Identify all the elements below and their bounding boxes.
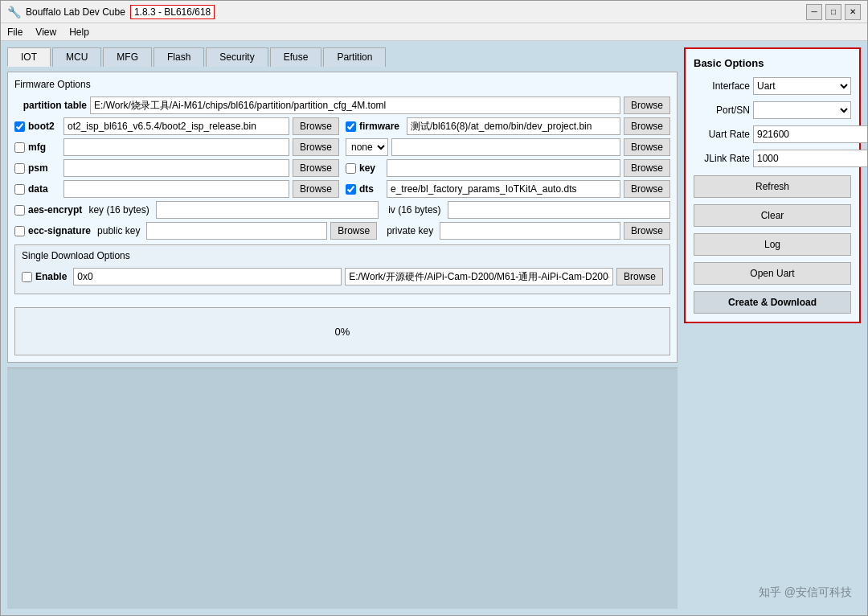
tab-mcu[interactable]: MCU: [52, 47, 101, 67]
port-sn-select[interactable]: [753, 101, 851, 119]
aes-key-input[interactable]: [156, 201, 379, 219]
data-dts-row: data Browse dts Browse: [14, 180, 670, 198]
data-checkbox[interactable]: [14, 184, 25, 195]
single-download-file[interactable]: [345, 268, 613, 285]
none-section: none Browse: [346, 138, 670, 156]
single-download-addr[interactable]: [73, 268, 342, 285]
close-button[interactable]: ✕: [845, 4, 861, 20]
dts-label: dts: [359, 183, 383, 195]
tab-flash[interactable]: Flash: [154, 47, 204, 67]
port-sn-label: Port/SN: [694, 105, 750, 116]
refresh-button[interactable]: Refresh: [694, 175, 851, 198]
tab-mfg[interactable]: MFG: [103, 47, 152, 67]
tab-efuse[interactable]: Efuse: [270, 47, 322, 67]
firmware-section: firmware Browse: [346, 117, 670, 135]
minimize-button[interactable]: ─: [806, 4, 822, 20]
aes-iv-input[interactable]: [448, 201, 670, 219]
content-area: Firmware Options partition table Browse …: [7, 72, 678, 363]
single-download-title: Single Download Options: [22, 250, 663, 261]
psm-label: psm: [28, 162, 60, 174]
menu-view[interactable]: View: [35, 27, 56, 38]
aes-row: aes-encrypt key (16 bytes) iv (16 bytes): [14, 201, 670, 219]
dts-input[interactable]: [387, 180, 620, 198]
single-download-checkbox[interactable]: [22, 272, 32, 282]
ecc-pubkey-label: public key: [97, 225, 140, 236]
single-download-browse-button[interactable]: Browse: [616, 268, 663, 285]
mfg-none-row: mfg Browse none Browse: [14, 138, 670, 156]
none-browse-button[interactable]: Browse: [624, 138, 670, 156]
basic-options-title: Basic Options: [694, 57, 851, 69]
partition-table-row: partition table Browse: [14, 97, 670, 114]
interface-select[interactable]: Uart JLink OpenOCD: [753, 77, 851, 95]
interface-label: Interface: [694, 80, 750, 92]
uart-rate-input[interactable]: [753, 125, 867, 143]
firmware-section-title: Firmware Options: [14, 79, 670, 90]
ecc-checkbox[interactable]: [14, 226, 25, 236]
firmware-browse-button[interactable]: Browse: [624, 117, 670, 135]
create-download-button[interactable]: Create & Download: [694, 291, 851, 314]
data-input[interactable]: [63, 180, 289, 198]
partition-label: partition table: [14, 100, 87, 111]
main-content: IOT MCU MFG Flash Security Efuse Partiti…: [1, 41, 867, 615]
firmware-label: firmware: [359, 121, 403, 132]
progress-area: 0%: [14, 307, 670, 355]
uart-rate-label: Uart Rate: [694, 129, 750, 140]
clear-button[interactable]: Clear: [694, 204, 851, 227]
main-window: 🔧 Bouffalo Lab Dev Cube 1.8.3 - BL616/61…: [0, 0, 868, 616]
menu-file[interactable]: File: [7, 27, 23, 38]
single-download-section: Single Download Options Enable Browse: [14, 244, 670, 294]
aes-checkbox[interactable]: [14, 205, 25, 216]
boot2-browse-button[interactable]: Browse: [293, 117, 339, 135]
interface-row: Interface Uart JLink OpenOCD: [694, 77, 851, 95]
mfg-section: mfg Browse: [14, 138, 339, 156]
ecc-privkey-browse-button[interactable]: Browse: [624, 222, 670, 240]
psm-checkbox[interactable]: [14, 163, 25, 174]
title-prefix: Bouffalo Lab Dev Cube: [26, 6, 125, 18]
enable-label: Enable: [35, 271, 67, 282]
firmware-input[interactable]: [407, 117, 620, 135]
ecc-pubkey-input[interactable]: [146, 222, 327, 240]
psm-section: psm Browse: [14, 159, 339, 177]
key-input[interactable]: [387, 159, 620, 177]
partition-table-input[interactable]: [90, 97, 620, 114]
boot2-firmware-row: boot2 Browse firmware Browse: [14, 117, 670, 135]
ecc-row: ecc-signature public key Browse private …: [14, 222, 670, 240]
firmware-checkbox[interactable]: [346, 121, 356, 132]
ecc-label: ecc-signature: [28, 225, 91, 236]
aes-key-label: key (16 bytes): [88, 204, 149, 216]
open-uart-button[interactable]: Open Uart: [694, 262, 851, 285]
right-panel: Basic Options Interface Uart JLink OpenO…: [684, 47, 861, 609]
progress-text: 0%: [335, 326, 350, 338]
ecc-pubkey-browse-button[interactable]: Browse: [330, 222, 377, 240]
boot2-checkbox[interactable]: [14, 121, 25, 132]
none-input[interactable]: [391, 138, 620, 156]
jlink-rate-row: JLink Rate: [694, 150, 851, 167]
mfg-input[interactable]: [63, 138, 289, 156]
dts-section: dts Browse: [346, 180, 670, 198]
aes-label: aes-encrypt: [28, 204, 82, 216]
menu-help[interactable]: Help: [69, 27, 89, 38]
mfg-browse-button[interactable]: Browse: [293, 138, 339, 156]
ecc-privkey-label: private key: [387, 225, 433, 236]
partition-browse-button[interactable]: Browse: [624, 97, 670, 114]
data-browse-button[interactable]: Browse: [293, 180, 339, 198]
jlink-rate-input[interactable]: [753, 150, 867, 167]
title-bar-left: 🔧 Bouffalo Lab Dev Cube 1.8.3 - BL616/61…: [7, 5, 215, 19]
data-label: data: [28, 183, 60, 195]
psm-browse-button[interactable]: Browse: [293, 159, 339, 177]
psm-input[interactable]: [63, 159, 289, 177]
boot2-input[interactable]: [63, 117, 289, 135]
key-browse-button[interactable]: Browse: [624, 159, 670, 177]
log-button[interactable]: Log: [694, 233, 851, 256]
mfg-checkbox[interactable]: [14, 142, 25, 153]
maximize-button[interactable]: □: [825, 4, 841, 20]
tab-security[interactable]: Security: [206, 47, 268, 67]
none-select[interactable]: none: [346, 138, 388, 156]
tab-iot[interactable]: IOT: [7, 47, 51, 67]
ecc-privkey-input[interactable]: [440, 222, 620, 240]
uart-rate-row: Uart Rate: [694, 125, 851, 143]
key-checkbox[interactable]: [346, 163, 356, 174]
dts-browse-button[interactable]: Browse: [624, 180, 670, 198]
dts-checkbox[interactable]: [346, 184, 356, 195]
tab-partition[interactable]: Partition: [323, 47, 386, 67]
